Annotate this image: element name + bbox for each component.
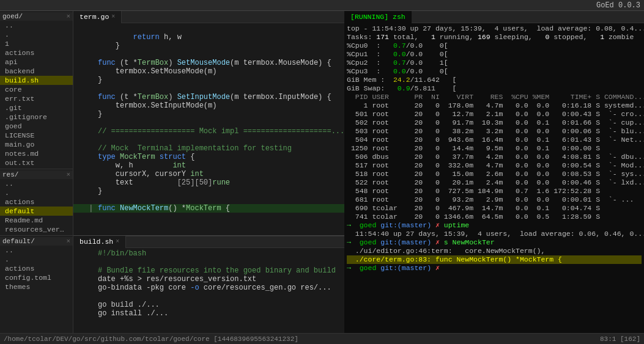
terminal-line: GiB Mem : 24.2/11.642 [ xyxy=(347,76,642,84)
tab-terminal[interactable]: [RUNNING] zsh xyxy=(344,11,412,23)
terminal-line: %Cpu3 : 0.0/0.0 0[ xyxy=(347,67,642,76)
code-line xyxy=(73,196,344,204)
code-line: } xyxy=(73,76,344,84)
terminal-line-highlight: ./core/term.go:83: func NewMockTerm() *M… xyxy=(347,255,642,264)
sidebar-item-default[interactable]: default xyxy=(0,207,73,216)
top-bar: GoEd 0.0.3 xyxy=(0,0,644,11)
sidebar-item-errtxt[interactable]: err.txt xyxy=(0,94,73,103)
status-bar: /home/tcolar/DEV/go/src/github.com/tcola… xyxy=(0,333,644,344)
sidebar-item-dot1[interactable]: . xyxy=(0,30,73,39)
code-line: termbox.SetMouseMode(m) xyxy=(73,67,344,76)
sidebar-item-buildsh[interactable]: build.sh xyxy=(0,76,73,85)
code-line: // Mock Terminal implementation for test… xyxy=(73,144,344,153)
terminal-line: 690 tcolar 20 0 467.9m 14.7m 0.0 0.1 0:0… xyxy=(347,204,642,213)
status-path: /home/tcolar/DEV/go/src/github.com/tcola… xyxy=(4,335,298,343)
terminal-line: 503 root 20 0 38.2m 3.2m 0.0 0.0 0:00.06… xyxy=(347,127,642,136)
sidebar-item-api[interactable]: api xyxy=(0,57,73,67)
terminal-line: 504 root 20 0 943.6m 16.4m 0.0 0.1 6:01.… xyxy=(347,136,642,144)
bottom-editor: build.sh × #!/bin/bash # Bundle file res… xyxy=(73,235,344,333)
code-line xyxy=(73,84,344,93)
sidebar-item-configtoml[interactable]: config.toml xyxy=(0,273,73,282)
code-line xyxy=(73,136,344,144)
terminal-pane: [RUNNING] zsh top - 11:54:30 up 27 days,… xyxy=(344,11,644,333)
terminal-line: 506 dbus 20 0 37.7m 4.2m 0.0 0.0 4:08.81… xyxy=(347,153,642,161)
terminal-prompt2: → goed git:(master) ✗ s NewMockTer xyxy=(347,238,642,247)
code-line: func (t *TermBox) SetInputMode(m termbox… xyxy=(73,93,344,101)
code-line: # Bundle file resources into the goed bi… xyxy=(73,266,344,275)
code-line: return h, w xyxy=(73,33,344,42)
sidebar-folder1-close[interactable]: × xyxy=(66,13,70,20)
sidebar-item-themes[interactable]: themes xyxy=(0,282,73,291)
code-line: go build ./... xyxy=(73,301,344,309)
code-line: } xyxy=(73,42,344,50)
sidebar-folder1[interactable]: goed/ × xyxy=(0,12,73,21)
sidebar-item-dot3[interactable]: . xyxy=(0,255,73,264)
terminal-line: 502 root 20 0 91.7m 10.3m 0.0 0.1 0:01.6… xyxy=(347,119,642,127)
sidebar-item-resver[interactable]: resources_ver... xyxy=(0,225,73,234)
code-line: func (t *TermBox) SetMouseMode(m termbox… xyxy=(73,59,344,67)
code-line: type MockTerm struct { xyxy=(73,153,344,161)
editor-content-buildsh[interactable]: #!/bin/bash # Bundle file resources into… xyxy=(73,248,344,333)
terminal-content[interactable]: top - 11:54:30 up 27 days, 15:39, 4 user… xyxy=(344,23,644,333)
code-line xyxy=(73,24,344,33)
terminal-line: ./ui/editor.go:46:term: core.NewMockTerm… xyxy=(347,247,642,255)
tab-termgo[interactable]: term.go × xyxy=(73,11,122,23)
sidebar-item-backend[interactable]: backend xyxy=(0,67,73,76)
sidebar-item-dotdot2[interactable]: .. xyxy=(0,179,73,188)
sidebar-item-readmemd[interactable]: Readme.md xyxy=(0,216,73,225)
terminal-line: 681 root 20 0 93.2m 2.9m 0.0 0.0 0:00.01… xyxy=(347,196,642,204)
terminal-prompt1: → goed git:(master) ✗ uptime xyxy=(347,221,642,230)
sidebar-item-outtxt[interactable]: out.txt xyxy=(0,158,73,167)
code-line: │func NewMockTerm() *MockTerm { xyxy=(73,204,344,213)
sidebar-item-dotdot1[interactable]: .. xyxy=(0,21,73,30)
sidebar-item-dot2[interactable]: . xyxy=(0,188,73,197)
sidebar-item-actions1[interactable]: actions xyxy=(0,48,73,57)
code-line: // =================== Mock impl =======… xyxy=(73,127,344,136)
sidebar-folder2-close[interactable]: × xyxy=(66,171,70,178)
code-line: go-bindata -pkg core -o core/resources_g… xyxy=(73,284,344,292)
terminal-line: 548 root 20 0 727.5m 184.9m 0.7 1.6 172:… xyxy=(347,187,642,196)
terminal-line: GiB Swap: 0.9/5.811 [ xyxy=(347,84,642,93)
code-line xyxy=(73,50,344,59)
tab-buildsh[interactable]: build.sh × xyxy=(73,236,126,248)
terminal-line: 1250 root 20 0 14.4m 9.5m 0.0 0.1 0:00.0… xyxy=(347,144,642,153)
sidebar-item-core[interactable]: core xyxy=(0,85,73,94)
terminal-line: %Cpu0 : 0.7/0.0 0[ xyxy=(347,42,642,50)
editor-tab-bar2: build.sh × xyxy=(73,236,344,248)
code-line: termbox.SetInputMode(m) xyxy=(73,101,344,110)
sidebar-item-goed[interactable]: goed xyxy=(0,122,73,131)
terminal-line: top - 11:54:30 up 27 days, 15:39, 4 user… xyxy=(347,24,642,33)
tab-buildsh-close[interactable]: × xyxy=(116,236,119,248)
sidebar-item-notesmd[interactable]: notes.md xyxy=(0,149,73,158)
sidebar-item-actions3[interactable]: actions xyxy=(0,264,73,273)
sidebar-item-maingo[interactable]: main.go xyxy=(0,140,73,149)
code-line: go install ./... xyxy=(73,309,344,318)
terminal-line: 522 root 20 0 20.1m 2.4m 0.0 0.0 0:00.46… xyxy=(347,178,642,187)
sidebar-folder2[interactable]: res/ × xyxy=(0,170,73,179)
sidebar-item-actions2[interactable]: actions xyxy=(0,197,73,207)
sidebar-folder3[interactable]: default/ × xyxy=(0,237,73,246)
terminal-line: 517 root 20 0 332.0m 4.7m 0.0 0.0 0:00.5… xyxy=(347,161,642,170)
sidebar-item-license[interactable]: LICENSE xyxy=(0,131,73,140)
code-line xyxy=(73,119,344,127)
sidebar-item-1[interactable]: 1 xyxy=(0,39,73,48)
terminal-line: 1 root 20 0 178.0m 4.7m 0.0 0.0 0:16.18 … xyxy=(347,101,642,110)
top-editor: term.go × return h, w } func (t *TermBox… xyxy=(73,11,344,235)
sidebar-folder3-close[interactable]: × xyxy=(66,238,70,245)
code-line xyxy=(73,258,344,266)
terminal-line: 11:54:40 up 27 days, 15:39, 4 users, loa… xyxy=(347,230,642,238)
editor-content-termgo[interactable]: return h, w } func (t *TermBox) SetMouse… xyxy=(73,23,344,235)
code-line: date +%s > res/resources_version.txt xyxy=(73,275,344,284)
code-line: cursorX, cursorY int xyxy=(73,170,344,178)
terminal-line: 518 root 20 0 15.0m 2.6m 0.0 0.0 0:08.53… xyxy=(347,170,642,178)
tab-termgo-close[interactable]: × xyxy=(111,11,115,23)
sidebar-item-dotdot3[interactable]: .. xyxy=(0,246,73,255)
terminal-line: 501 root 20 0 12.7m 2.1m 0.0 0.0 0:00.43… xyxy=(347,110,642,119)
code-line xyxy=(73,292,344,301)
sidebar-item-git[interactable]: .git xyxy=(0,103,73,112)
terminal-line: 741 tcolar 20 0 1346.6m 64.5m 0.0 0.5 1:… xyxy=(347,213,642,221)
sidebar-item-gitignore[interactable]: .gitignore xyxy=(0,112,73,122)
editor-tab-bar1: term.go × xyxy=(73,11,344,23)
code-line: text [25][50]rune xyxy=(73,178,344,187)
code-line: } xyxy=(73,187,344,196)
